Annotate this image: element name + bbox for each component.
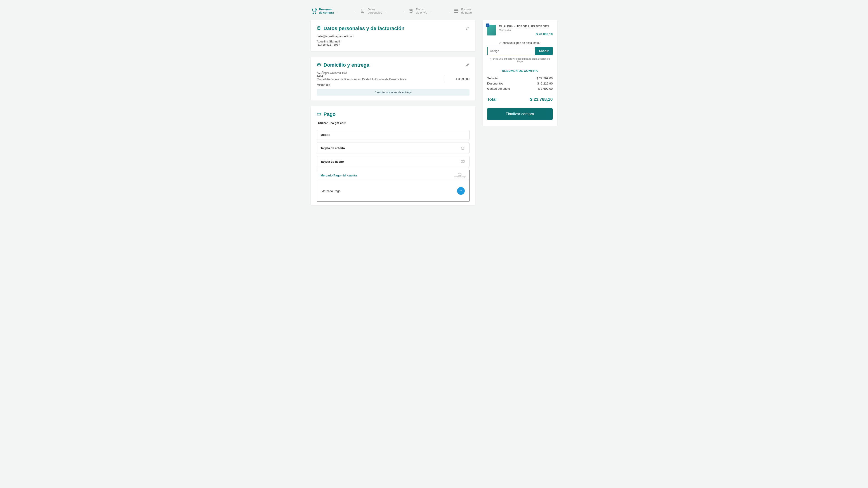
step-label: Datos: [368, 8, 382, 11]
step-label: de compra: [319, 11, 334, 14]
step-divider: [431, 11, 449, 11]
step-datos-personales[interactable]: Datospersonales: [360, 8, 382, 14]
total-value: $ 23.768,10: [530, 97, 553, 102]
card-icon: [453, 8, 459, 14]
step-datos-envio[interactable]: Datosde envío: [408, 8, 427, 14]
form-icon: [317, 26, 321, 31]
coupon-input[interactable]: [488, 47, 535, 55]
summary-row-discount: Descuentos $ -2.229,90: [487, 81, 553, 86]
payment-label: Tarjeta de débito: [320, 160, 344, 163]
svg-rect-5: [454, 10, 458, 12]
edit-personal-button[interactable]: [466, 26, 469, 31]
mercadopago-brand-icon: mercado pago: [454, 173, 466, 178]
step-label: de pago: [461, 11, 472, 14]
row-value: $ -2.229,90: [537, 82, 553, 85]
cart-item: 1 EL ALEPH - JORGE LUIS BORGES Mismo día…: [487, 25, 553, 36]
personal-card: Datos personales y de facturación hello@…: [311, 20, 475, 51]
product-thumbnail: 1: [487, 25, 496, 35]
qty-badge: 1: [486, 24, 489, 27]
total-label: Total: [487, 97, 497, 102]
box-icon: [408, 8, 414, 14]
row-label: Subtotal: [487, 76, 498, 80]
step-divider: [386, 11, 404, 11]
svg-point-0: [313, 13, 314, 14]
change-shipping-button[interactable]: Cambiar opciones de entrega: [317, 89, 469, 96]
step-label: Formas: [461, 8, 472, 11]
row-value: $ 3.699,00: [538, 87, 553, 90]
step-resumen[interactable]: Resumende compra: [311, 8, 334, 14]
svg-point-11: [458, 173, 462, 175]
handshake-icon: [457, 187, 465, 195]
product-shipping: Mismo día: [499, 29, 553, 31]
svg-point-1: [315, 13, 316, 14]
personal-name: Agostina Giannelli: [317, 40, 469, 43]
box-icon: [317, 63, 321, 68]
personal-phone: (11) 15 5117-6937: [317, 43, 469, 46]
order-summary-sidebar: 1 EL ALEPH - JORGE LUIS BORGES Mismo día…: [483, 20, 557, 126]
payment-giftcard-option[interactable]: Utilizar una gift card: [317, 121, 469, 127]
payment-label: Utilizar una gift card: [318, 121, 346, 125]
payment-label: Tarjeta de crédito: [320, 147, 345, 150]
svg-point-10: [462, 161, 463, 162]
summary-total: Total $ 23.768,10: [487, 97, 553, 102]
step-formas-pago[interactable]: Formasde pago: [453, 8, 472, 14]
product-price: $ 20.069,10: [499, 32, 553, 36]
step-label: de envío: [416, 11, 427, 14]
cart-icon: [311, 8, 317, 14]
shipping-title: Domicilio y entrega: [323, 62, 369, 68]
finish-purchase-button[interactable]: Finalizar compra: [487, 108, 553, 120]
summary-row-subtotal: Subtotal $ 22.299,00: [487, 76, 553, 81]
summary-title: RESUMEN DE COMPRA: [487, 69, 553, 72]
edit-shipping-button[interactable]: [466, 63, 469, 67]
address-zip: 1414: [317, 74, 445, 78]
svg-rect-9: [461, 160, 465, 162]
row-label: Descuentos: [487, 82, 503, 85]
step-label: Datos: [416, 8, 427, 11]
coupon-form: Añadir: [487, 47, 553, 55]
personal-email: hello@agostinagiannelli.com: [317, 35, 469, 38]
form-icon: [360, 8, 366, 14]
payment-debit-option[interactable]: Tarjeta de débito: [317, 156, 469, 167]
row-label: Gastos del envío: [487, 87, 510, 90]
checkout-stepper: Resumende compra Datospersonales Datosde…: [311, 8, 557, 14]
shipping-when: Mismo día: [317, 83, 445, 87]
card-icon: [317, 112, 321, 117]
cash-icon: [460, 159, 466, 164]
payment-label: Mercado Pago - Mi cuenta: [320, 174, 357, 177]
product-title: EL ALEPH - JORGE LUIS BORGES: [499, 25, 553, 28]
giftcard-hint: ¿Tenés una gift card? Podés utilizarla e…: [487, 57, 553, 63]
svg-rect-7: [317, 113, 321, 115]
step-label: personales: [368, 11, 382, 14]
payment-credit-option[interactable]: Tarjeta de crédito: [317, 142, 469, 153]
payment-mercadopago-option[interactable]: Mercado Pago - Mi cuenta mercado pago Me…: [317, 170, 469, 202]
row-value: $ 22.299,00: [537, 76, 553, 80]
step-divider: [338, 11, 355, 11]
payment-title: Pago: [323, 111, 336, 117]
address-line1: Av. Ángel Gallardo 160: [317, 71, 445, 74]
personal-title: Datos personales y de facturación: [323, 26, 404, 31]
step-label: Resumen: [319, 8, 334, 11]
payment-label: MODO: [320, 133, 330, 137]
divider: [487, 94, 553, 94]
credit-card-icon: [460, 146, 466, 150]
address-city: Ciudad Autónoma de Buenos Aires, Ciudad …: [317, 78, 445, 81]
summary-row-shipping: Gastos del envío $ 3.699,00: [487, 86, 553, 91]
coupon-question: ¿Tenés un cupón de descuento?: [487, 41, 553, 44]
shipping-card: Domicilio y entrega Av. Ángel Gallardo 1…: [311, 57, 475, 101]
shipping-price: $ 3.699,00: [445, 75, 469, 83]
coupon-add-button[interactable]: Añadir: [535, 47, 552, 55]
svg-point-3: [315, 9, 316, 10]
payment-modo-option[interactable]: MODO: [317, 130, 469, 140]
payment-card: Pago Utilizar una gift card MODO Tarjeta…: [311, 106, 475, 205]
mercadopago-body-label: Mercado Pago: [321, 189, 341, 193]
